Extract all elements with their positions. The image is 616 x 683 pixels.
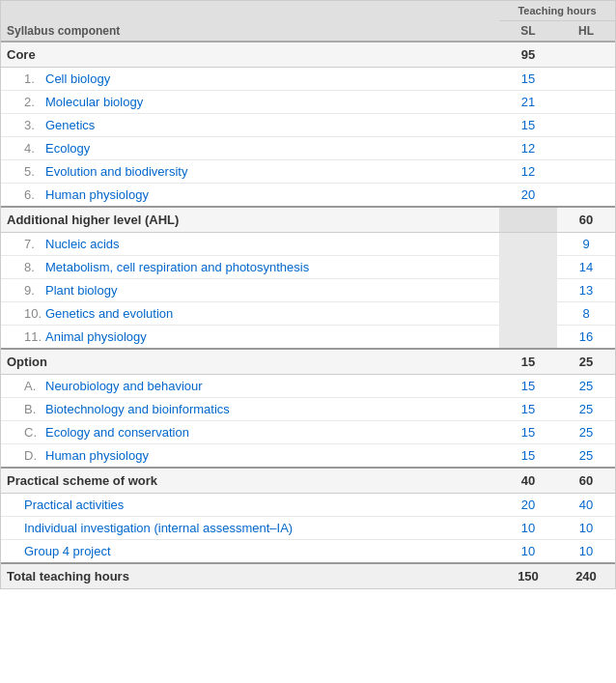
item-cell: Group 4 project bbox=[1, 540, 499, 564]
hl-header: HL bbox=[557, 21, 615, 43]
item-num: 10. bbox=[24, 306, 45, 321]
item-label: Animal physiology bbox=[45, 329, 147, 344]
table-row: 2.Molecular biology21 bbox=[1, 91, 615, 114]
item-sl: 15 bbox=[499, 398, 557, 421]
item-cell: C.Ecology and conservation bbox=[1, 421, 499, 444]
item-hl: 25 bbox=[557, 398, 615, 421]
table-row: D.Human physiology1525 bbox=[1, 444, 615, 469]
section-hl-practical: 60 bbox=[557, 468, 615, 494]
item-sl: 20 bbox=[499, 184, 557, 208]
item-hl: 40 bbox=[557, 494, 615, 517]
item-sl: 20 bbox=[499, 494, 557, 517]
table-row: Practical activities2040 bbox=[1, 494, 615, 517]
item-cell: 3.Genetics bbox=[1, 114, 499, 137]
section-sl-core: 95 bbox=[499, 42, 557, 68]
item-sl: 12 bbox=[499, 137, 557, 160]
item-hl bbox=[557, 114, 615, 137]
section-label-practical: Practical scheme of work bbox=[1, 468, 499, 494]
section-label-core: Core bbox=[1, 42, 499, 68]
item-sl: 12 bbox=[499, 160, 557, 184]
main-table-wrapper: Teaching hours Syllabus component SL HL … bbox=[0, 0, 616, 589]
item-hl: 14 bbox=[557, 256, 615, 279]
table-row: C.Ecology and conservation1525 bbox=[1, 421, 615, 444]
item-num: 4. bbox=[24, 141, 45, 156]
section-sl-ahl bbox=[499, 207, 557, 233]
table-row: Group 4 project1010 bbox=[1, 540, 615, 564]
item-label: Individual investigation (internal asses… bbox=[24, 521, 293, 535]
item-hl bbox=[557, 160, 615, 184]
item-label: Plant biology bbox=[45, 283, 117, 298]
item-label: Cell biology bbox=[45, 71, 110, 86]
item-cell: 8.Metabolism, cell respiration and photo… bbox=[1, 256, 499, 279]
item-label: Biotechnology and bioinformatics bbox=[45, 402, 230, 416]
item-cell: D.Human physiology bbox=[1, 444, 499, 469]
header-top-row: Teaching hours bbox=[1, 1, 615, 21]
item-label: Genetics and evolution bbox=[45, 306, 173, 321]
item-label: Ecology bbox=[45, 141, 90, 156]
item-sl: 15 bbox=[499, 68, 557, 91]
table-row: 8.Metabolism, cell respiration and photo… bbox=[1, 256, 615, 279]
table-row: Individual investigation (internal asses… bbox=[1, 517, 615, 540]
item-label: Group 4 project bbox=[24, 544, 111, 558]
header-sub-row: Syllabus component SL HL bbox=[1, 21, 615, 43]
item-num: 9. bbox=[24, 283, 45, 298]
item-hl bbox=[557, 184, 615, 208]
item-num: 6. bbox=[24, 187, 45, 202]
section-hl-option: 25 bbox=[557, 349, 615, 375]
item-sl: 15 bbox=[499, 421, 557, 444]
item-hl: 10 bbox=[557, 540, 615, 564]
item-label: Molecular biology bbox=[45, 95, 143, 109]
table-row: A.Neurobiology and behaviour1525 bbox=[1, 375, 615, 398]
section-header-core: Core95 bbox=[1, 42, 615, 68]
item-label: Nucleic acids bbox=[45, 237, 120, 251]
item-sl: 15 bbox=[499, 444, 557, 469]
table-row: B.Biotechnology and bioinformatics1525 bbox=[1, 398, 615, 421]
item-hl bbox=[557, 68, 615, 91]
syllabus-component-header: Syllabus component bbox=[1, 21, 499, 43]
item-cell: 11.Animal physiology bbox=[1, 326, 499, 350]
item-cell: Individual investigation (internal asses… bbox=[1, 517, 499, 540]
item-label: Neurobiology and behaviour bbox=[45, 379, 203, 393]
item-sl bbox=[499, 233, 557, 256]
table-row: 5.Evolution and biodiversity12 bbox=[1, 160, 615, 184]
item-num: C. bbox=[24, 425, 45, 440]
item-sl bbox=[499, 302, 557, 326]
item-sl: 10 bbox=[499, 540, 557, 564]
item-cell: 5.Evolution and biodiversity bbox=[1, 160, 499, 184]
item-hl bbox=[557, 137, 615, 160]
item-num: 2. bbox=[24, 95, 45, 109]
teaching-hours-header: Teaching hours bbox=[499, 1, 615, 21]
item-cell: B.Biotechnology and bioinformatics bbox=[1, 398, 499, 421]
section-header-practical: Practical scheme of work4060 bbox=[1, 468, 615, 494]
item-num: D. bbox=[24, 448, 45, 463]
item-hl: 13 bbox=[557, 279, 615, 302]
table-row: 3.Genetics15 bbox=[1, 114, 615, 137]
item-num: 11. bbox=[24, 329, 45, 344]
item-label: Evolution and biodiversity bbox=[45, 164, 187, 179]
item-sl: 15 bbox=[499, 375, 557, 398]
section-header-ahl: Additional higher level (AHL)60 bbox=[1, 207, 615, 233]
section-label-option: Option bbox=[1, 349, 499, 375]
item-hl: 8 bbox=[557, 302, 615, 326]
section-sl-option: 15 bbox=[499, 349, 557, 375]
item-sl: 10 bbox=[499, 517, 557, 540]
item-hl: 25 bbox=[557, 375, 615, 398]
item-num: B. bbox=[24, 402, 45, 416]
section-header-option: Option1525 bbox=[1, 349, 615, 375]
item-cell: A.Neurobiology and behaviour bbox=[1, 375, 499, 398]
item-cell: 7.Nucleic acids bbox=[1, 233, 499, 256]
total-hl: 240 bbox=[557, 563, 615, 588]
section-label-ahl: Additional higher level (AHL) bbox=[1, 207, 499, 233]
table-row: 9.Plant biology13 bbox=[1, 279, 615, 302]
item-num: 8. bbox=[24, 260, 45, 274]
table-row: 6.Human physiology20 bbox=[1, 184, 615, 208]
section-hl-core bbox=[557, 42, 615, 68]
item-hl: 25 bbox=[557, 444, 615, 469]
item-sl: 15 bbox=[499, 114, 557, 137]
table-row: 1.Cell biology15 bbox=[1, 68, 615, 91]
item-label: Genetics bbox=[45, 118, 95, 132]
item-label: Practical activities bbox=[24, 498, 124, 512]
item-label: Ecology and conservation bbox=[45, 425, 189, 440]
table-row: 11.Animal physiology16 bbox=[1, 326, 615, 350]
item-num: 5. bbox=[24, 164, 45, 179]
